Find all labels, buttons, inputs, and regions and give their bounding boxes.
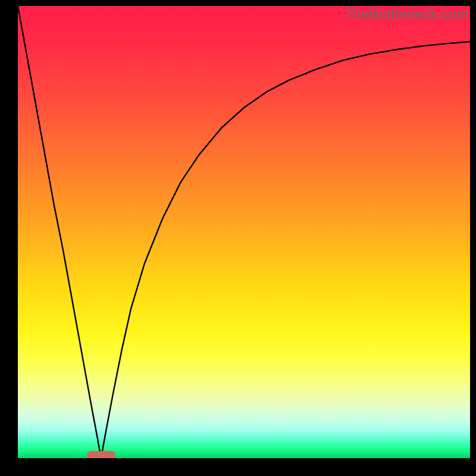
plot-area — [18, 6, 470, 458]
chart-frame: TheBottleneck.com — [0, 0, 476, 476]
optimal-range-marker — [87, 451, 115, 458]
watermark-text: TheBottleneck.com — [345, 6, 469, 23]
bottleneck-curve — [18, 6, 470, 458]
